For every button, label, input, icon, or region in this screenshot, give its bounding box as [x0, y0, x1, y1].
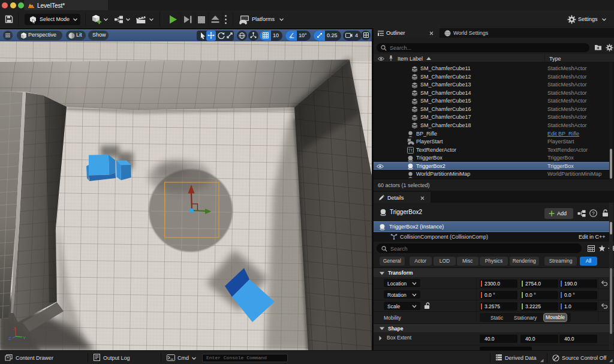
- svg-text:?: ?: [592, 210, 595, 216]
- svg-text:X: X: [13, 326, 16, 331]
- svg-text:Tt: Tt: [408, 148, 413, 153]
- svg-text:Z: Z: [8, 336, 11, 341]
- svg-text:Y: Y: [23, 335, 26, 341]
